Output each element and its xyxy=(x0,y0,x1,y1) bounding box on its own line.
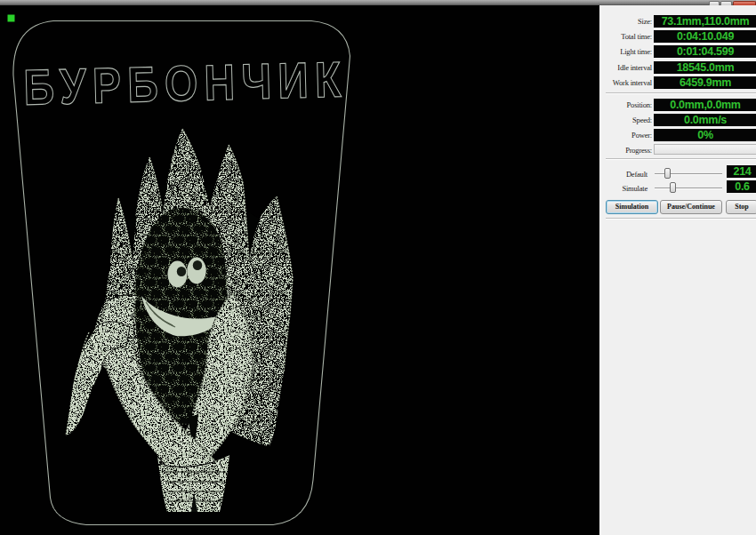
svg-text:БУРБОНЧИК: БУРБОНЧИК xyxy=(23,51,342,116)
